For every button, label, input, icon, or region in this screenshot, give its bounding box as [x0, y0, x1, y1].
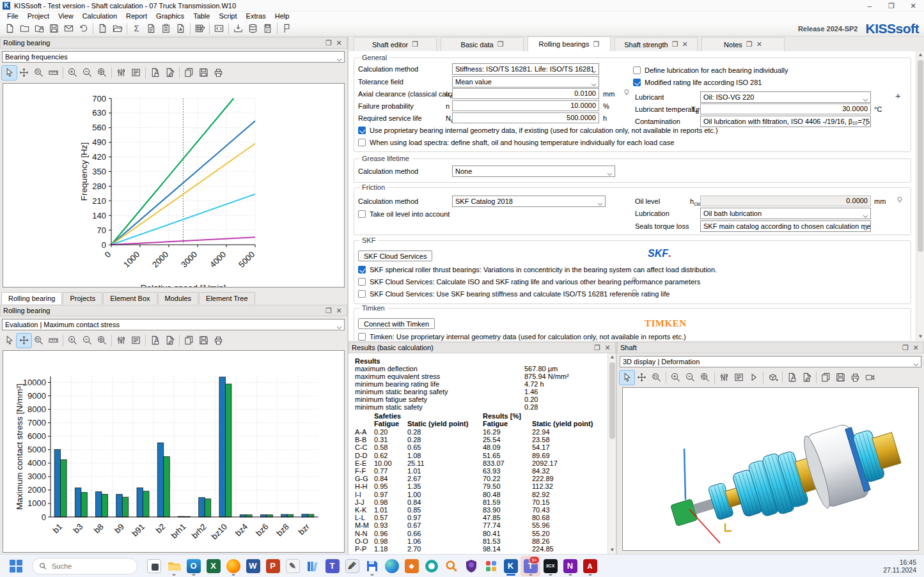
load-spectra-checkbox[interactable]: When using load spectra: define shaft, o…	[358, 139, 674, 146]
menu-project[interactable]: Project	[23, 12, 54, 21]
results-scrollbar[interactable]: ▲ ▼	[607, 353, 616, 554]
taskbar-word-icon[interactable]: W	[243, 556, 263, 576]
close-icon[interactable]: ✕	[756, 40, 762, 49]
tab-shaft-editor[interactable]: Shaft editor❐	[354, 37, 437, 51]
skf-cloud-rating-checkbox[interactable]: SKF Cloud Services: Calculate ISO and SK…	[358, 278, 700, 286]
taskbar-onenote-icon[interactable]: N	[560, 556, 580, 576]
frequency-chart[interactable]: 0701402102803504204905606307000100020003…	[3, 83, 345, 288]
zoom-out-icon[interactable]	[80, 334, 95, 348]
menu-file[interactable]: File	[3, 12, 23, 21]
table-grid-edit-icon[interactable]	[192, 22, 207, 36]
ruler-icon[interactable]	[46, 66, 61, 80]
taskbar-orange-app-icon[interactable]: ◆	[402, 556, 421, 576]
start-button[interactable]	[9, 559, 23, 573]
graphic-select-top[interactable]: Bearing frequencies	[2, 51, 345, 63]
float-icon[interactable]: ❐	[593, 40, 600, 49]
zoom-fit-icon[interactable]	[95, 334, 109, 348]
contamination-select[interactable]: Oil lubrication with filtration, ISO 440…	[700, 116, 871, 127]
tab-shaft-strength[interactable]: Shaft strength❐✕	[615, 37, 698, 51]
taskbar-clock[interactable]: 16:45 27.11.2024	[883, 555, 916, 577]
float-icon[interactable]: ❐	[497, 40, 504, 49]
cursor-icon[interactable]	[2, 66, 17, 80]
close-icon[interactable]: ✕	[682, 40, 688, 49]
save-icon[interactable]	[196, 66, 211, 80]
menu-script[interactable]: Script	[214, 12, 241, 21]
graphic-select-bottom[interactable]: Evaluation | Maximum contact stress	[2, 319, 345, 330]
menu-report[interactable]: Report	[121, 12, 152, 21]
bookmark-flag-icon[interactable]	[279, 22, 294, 36]
taskbar-library-icon[interactable]	[302, 556, 322, 576]
tab-notes[interactable]: Notes❐✕	[701, 37, 785, 51]
seals-torque-loss-select[interactable]: SKF main catalog according to chosen cal…	[700, 220, 871, 232]
text-report-icon[interactable]	[129, 66, 143, 80]
dock-tab-element-tree[interactable]: Element Tree	[199, 292, 254, 304]
print-icon[interactable]	[848, 371, 863, 385]
failure-probability-input[interactable]: 10.0000	[452, 100, 599, 111]
report-lock-icon[interactable]	[148, 66, 162, 80]
taskbar-acrobat-icon[interactable]: A	[580, 556, 600, 576]
sum-sigma-icon[interactable]: Σ	[129, 22, 144, 36]
protocol-list-icon[interactable]	[159, 22, 173, 36]
menu-help[interactable]: Help	[270, 12, 294, 21]
taskbar-teams-icon[interactable]: T	[322, 556, 342, 576]
friction-method-select[interactable]: SKF Catalog 2018	[452, 196, 606, 207]
text-report-icon[interactable]	[129, 334, 143, 348]
play-icon[interactable]	[746, 371, 761, 385]
menu-view[interactable]: View	[54, 12, 78, 21]
minimize-button[interactable]: –	[859, 0, 881, 12]
results-shaft-splitter[interactable]	[616, 342, 617, 554]
lubricant-temperature-input[interactable]: 30.0000	[700, 104, 871, 114]
tolerance-field-select[interactable]: Mean value	[452, 76, 599, 88]
report-document-icon[interactable]	[144, 22, 159, 36]
calculation-method-select[interactable]: Stiffness: ISO/TS 16281. Life: ISO/TS 16…	[452, 63, 599, 75]
menu-table[interactable]: Table	[189, 12, 214, 21]
taskbar-outlook-icon[interactable]: O	[184, 556, 203, 576]
cube-3d-icon[interactable]	[765, 371, 780, 385]
new-document-icon[interactable]	[95, 22, 110, 36]
new-file-icon[interactable]	[3, 22, 17, 36]
copy-icon[interactable]	[182, 66, 196, 80]
taskbar-kisssoft-icon[interactable]: K	[501, 556, 521, 576]
connect-with-timken-button[interactable]: Connect with Timken	[358, 318, 435, 329]
taskbar-security-shield-icon[interactable]	[461, 556, 481, 576]
taskbar-firefox-icon[interactable]	[223, 556, 243, 576]
oil-level-bulb-icon[interactable]	[895, 196, 904, 206]
code-editor-icon[interactable]	[212, 22, 226, 36]
taskbar-edge-icon[interactable]	[382, 556, 402, 576]
undo-icon[interactable]	[76, 22, 91, 36]
taskbar-task-view-icon[interactable]	[144, 556, 164, 576]
open-document-icon[interactable]	[110, 22, 125, 36]
dock-tab-rolling-bearing[interactable]: Rolling bearing	[1, 292, 62, 304]
open-folder-icon[interactable]	[17, 22, 32, 36]
zoom-fit-icon[interactable]	[698, 371, 712, 385]
report-lock-icon[interactable]	[148, 334, 162, 348]
close-button[interactable]: ✕	[902, 0, 924, 12]
sliders-icon[interactable]	[114, 334, 129, 348]
taskbar-excel-icon[interactable]: X	[203, 556, 223, 576]
pdf-report-icon[interactable]	[173, 22, 188, 36]
lubrication-select[interactable]: Oil bath lubrication	[700, 208, 871, 219]
restore-button[interactable]: ❐	[881, 0, 902, 12]
cursor-icon[interactable]	[2, 334, 17, 348]
taskbar-search-tool-icon[interactable]	[441, 556, 461, 576]
axial-hint-bulb-icon[interactable]	[622, 88, 631, 98]
zoom-out-icon[interactable]	[683, 371, 698, 385]
shaft-view-select[interactable]: 3D display | Deformation	[620, 356, 921, 367]
shaft-3d-view[interactable]	[622, 387, 919, 551]
zoom-in-icon[interactable]	[668, 371, 683, 385]
form-scrollbar[interactable]: ▲ ▼	[916, 51, 924, 341]
taskbar-search[interactable]	[32, 558, 137, 574]
copy-icon[interactable]	[818, 371, 833, 385]
proprietary-geometry-checkbox[interactable]: Use proprietary bearing internal geometr…	[358, 127, 718, 134]
modified-rating-life-checkbox[interactable]: Modified rating life according ISO 281	[633, 79, 762, 86]
skf-spherical-checkbox[interactable]: SKF spherical roller thrust bearings: Va…	[358, 266, 717, 273]
menu-calculation[interactable]: Calculation	[78, 12, 121, 21]
oil-level-checkbox[interactable]: Take oil level into account	[358, 210, 450, 218]
taskbar-3cx-icon[interactable]: 3CX	[540, 556, 560, 576]
lubrication-individual-checkbox[interactable]: Define lubrication for each bearing indi…	[633, 66, 788, 74]
skf-stiffness-bulb-icon[interactable]	[630, 288, 639, 298]
menu-extras[interactable]: Extras	[242, 12, 270, 21]
taskbar-save-tool-icon[interactable]	[362, 556, 382, 576]
save-icon[interactable]	[833, 371, 848, 385]
close-icon[interactable]: ✕	[334, 38, 344, 47]
